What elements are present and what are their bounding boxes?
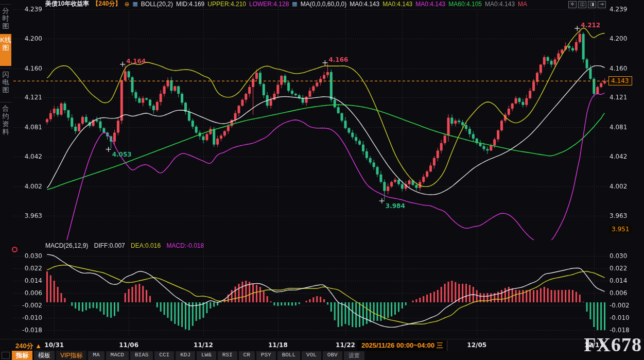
ma0-gray-value: MA0:4.143 <box>485 1 515 8</box>
indicator-button-cr[interactable]: CR <box>239 351 255 360</box>
price-tick-right: 4.121 <box>610 94 639 101</box>
price-tick-left: 4.042 <box>12 153 42 160</box>
price-annotation-4.212: 4.212 <box>581 22 600 29</box>
candlestick-chart-canvas[interactable] <box>0 0 644 360</box>
boll-lower-value: LOWER:4.128 <box>249 1 289 8</box>
price-tick-left: 4.081 <box>12 124 42 131</box>
indicator-button-rsi[interactable]: RSI <box>218 351 237 360</box>
ma0-white-value: MA0:4.143 <box>350 1 379 8</box>
pane-layout-icon[interactable]: ◫ <box>578 1 586 8</box>
indicator-button-macd[interactable]: MACD <box>106 351 129 360</box>
date-label: 11/06 <box>119 341 138 349</box>
indicator-button-kdj[interactable]: KDJ <box>176 351 195 360</box>
boll-label: BOLL(20,2) <box>141 1 173 8</box>
price-tick-right: 4.239 <box>610 6 639 13</box>
ma0-magenta-value: MA0:4.143 <box>415 1 445 8</box>
sidebar-tab-1[interactable]: 分时图 <box>0 4 11 33</box>
price-tick-right: 4.160 <box>610 65 639 72</box>
date-label: 10/31 <box>44 341 64 349</box>
toolbar-tabs: 指标模板VIP指标 <box>12 351 88 360</box>
price-tick-left: 3.963 <box>12 212 42 219</box>
boll-upper-value: UPPER:4.210 <box>207 1 246 8</box>
add-indicator-icon[interactable]: ⊕ <box>124 1 129 8</box>
indicator-toolbar: 指标模板VIP指标 MAMACDBIASCCIKDJLW&RSICRPSYBOL… <box>0 351 644 360</box>
corner-box-icon[interactable] <box>2 352 10 359</box>
macd-tick-right: -0.018 <box>610 327 639 334</box>
macd-tick-left: 0.006 <box>12 289 42 297</box>
price-tick-left: 4.002 <box>12 183 42 190</box>
highlighted-date-range: 2025/11/26 00:00~04:00 三 <box>357 340 447 351</box>
indicator-button-boll[interactable]: BOLL <box>277 351 300 360</box>
chart-tool-icons: ✛◫◨⇥ <box>568 1 606 8</box>
chart-stage: 美债10年收益率 【240分】 ⊕ ▦ BOLL(20,2) MID:4.169… <box>0 0 644 360</box>
date-label: 11/18 <box>268 341 288 349</box>
sidebar-tab-4[interactable]: 合约资料 <box>0 102 11 142</box>
macd-tick-left: -0.010 <box>12 314 42 321</box>
indicator-button-ma[interactable]: MA <box>88 351 104 360</box>
macd-tick-right: -0.010 <box>610 314 639 321</box>
fx678-watermark: FX678 <box>584 333 642 356</box>
toolbar-tab-2[interactable]: 模板 <box>34 351 55 360</box>
macd-tick-right: 0.014 <box>610 277 639 284</box>
macd-diff-value: DIFF:0.007 <box>94 242 125 249</box>
price-annotation-4.053: 4.053 <box>112 151 132 158</box>
crosshair-icon[interactable]: ✛ <box>568 1 577 8</box>
boll-mid-value: MID:4.169 <box>176 1 204 8</box>
macd-tick-left: 0.030 <box>12 252 42 260</box>
date-label: 11/22 <box>336 341 355 349</box>
indicator-button-psy[interactable]: PSY <box>256 351 276 360</box>
current-price-badge: 4.143 <box>608 76 632 85</box>
date-label: 11/12 <box>194 341 213 349</box>
macd-tick-left: -0.018 <box>12 327 42 334</box>
instrument-title: 美债10年收益率 <box>45 0 89 8</box>
price-annotation-3.984: 3.984 <box>386 202 405 210</box>
expand-icon[interactable]: ⇥ <box>598 1 606 8</box>
price-tick-right: 4.081 <box>610 124 639 131</box>
ma-label: MA(0,0,0,60,0,0) <box>301 1 346 8</box>
boll-indicator-icon[interactable]: ▦ <box>132 1 137 7</box>
ma-red-label: MA <box>518 1 527 8</box>
chart-header: 美债10年收益率 【240分】 ⊕ ▦ BOLL(20,2) MID:4.169… <box>45 1 527 7</box>
toolbar-tab-1[interactable]: 指标 <box>12 351 32 360</box>
indicator-button-cci[interactable]: CCI <box>154 351 174 360</box>
period-chip[interactable]: 240分 ▲ <box>15 341 42 351</box>
ma0-yellow-value: MA0:4.143 <box>382 1 412 8</box>
price-tick-left: 4.160 <box>12 65 42 72</box>
price-annotation-4.164: 4.164 <box>126 58 146 65</box>
indicator-button-vol[interactable]: VOL <box>302 351 321 360</box>
sidebar-tab-3[interactable]: 闪电图 <box>0 68 11 99</box>
price-tick-left: 4.121 <box>12 94 42 101</box>
price-annotation-4.166: 4.166 <box>328 56 348 63</box>
macd-tick-left: -0.002 <box>12 302 42 309</box>
price-tick-right: 4.002 <box>610 183 639 190</box>
macd-tick-right: -0.002 <box>610 302 639 309</box>
date-label: 12/05 <box>467 341 486 349</box>
macd-header: MACD(26,12,9) DIFF:0.007 DEA:0.016 MACD:… <box>45 242 208 249</box>
macd-label[interactable]: MACD(26,12,9) <box>45 242 88 249</box>
macd-tick-right: 0.030 <box>610 252 639 260</box>
indicator-button-obv[interactable]: OBV <box>323 351 342 360</box>
period-label[interactable]: 【240分】 <box>92 0 121 8</box>
pane-layout2-icon[interactable]: ◨ <box>588 1 596 8</box>
macd-tick-left: 0.022 <box>12 265 42 272</box>
indicator-button-lw&[interactable]: LW& <box>197 351 216 360</box>
ma-indicator-icon[interactable]: ▦ <box>292 1 297 7</box>
macd-pane-handle-icon[interactable] <box>12 247 18 252</box>
price-tick-right: 4.200 <box>610 35 639 42</box>
toolbar-tab-3[interactable]: VIP指标 <box>56 351 86 360</box>
settings-button[interactable]: 设置 <box>344 351 364 360</box>
price-tick-right: 4.042 <box>610 153 639 160</box>
indicator-button-bias[interactable]: BIAS <box>130 351 153 360</box>
indicator-buttons: MAMACDBIASCCIKDJLW&RSICRPSYBOLLVOLOBV设置 <box>88 351 365 360</box>
macd-dea-value: DEA:0.016 <box>131 242 161 249</box>
price-tick-left: 4.239 <box>12 6 42 13</box>
low-price-tag: 3.951 <box>609 225 632 233</box>
macd-tick-left: 0.014 <box>12 277 42 284</box>
macd-macd-value: MACD:-0.018 <box>166 242 204 249</box>
ma60-green-value: MA60:4.105 <box>448 1 482 8</box>
macd-tick-right: 0.022 <box>610 265 639 272</box>
macd-tick-right: 0.006 <box>610 289 639 297</box>
sidebar-tab-2[interactable]: K线图 <box>0 34 11 66</box>
price-tick-right: 3.963 <box>610 212 639 219</box>
date-axis-row: 240分 ▲ 10/3111/0611/1211/1811/222025/11/… <box>0 339 644 351</box>
